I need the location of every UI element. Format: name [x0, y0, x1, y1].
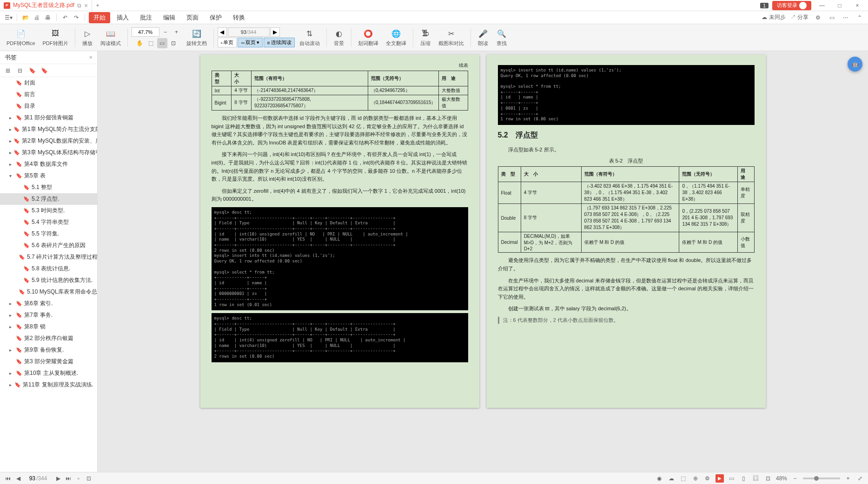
status-tool-2-icon[interactable]: ☁	[667, 474, 676, 483]
collapse-all-icon[interactable]: ⊟	[16, 66, 24, 75]
menu-edit[interactable]: 编辑	[159, 12, 180, 23]
bookmark-item[interactable]: 🔖5.2 浮点型.	[0, 193, 97, 205]
bookmark-item[interactable]: 🔖封面	[0, 77, 97, 89]
bookmark-item[interactable]: 🔖5.10 MySQL库表常用命令总结	[0, 286, 97, 298]
fit-width-icon[interactable]: ▭	[157, 38, 167, 48]
add-bookmark-icon[interactable]: 🔖	[28, 66, 36, 75]
fit-page-icon[interactable]: ⊡	[168, 38, 179, 48]
bookmark-item[interactable]: 🔖5.7 碎片计算方法及整理过程.	[0, 251, 97, 263]
bookmark-item[interactable]: 🔖前言	[0, 89, 97, 100]
bookmark-item[interactable]: 🔖5.9 统计信息的收集方法.	[0, 275, 97, 286]
status-layout-2-icon[interactable]: ▯	[740, 474, 748, 483]
zoom-out-icon[interactable]: −	[160, 27, 171, 37]
hand-tool-icon[interactable]: ✋	[135, 38, 145, 48]
bookmark-item[interactable]: ▸🔖第10章 主从复制概述.	[0, 367, 97, 379]
undo-icon[interactable]: ↶	[60, 13, 70, 22]
view-mode-2-icon[interactable]: ⊡	[85, 474, 93, 483]
notification-badge[interactable]: 1	[760, 3, 769, 8]
continuous-button[interactable]: ≡ 连续阅读	[264, 38, 294, 47]
last-page-icon[interactable]: ⏭	[64, 474, 73, 483]
bookmark-item[interactable]: ▸🔖第7章 事务.	[0, 309, 97, 321]
new-tab-button[interactable]: ＋	[92, 1, 103, 9]
menu-convert[interactable]: 转换	[228, 12, 250, 23]
print-icon[interactable]: 🖶	[43, 13, 53, 22]
bookmark-item[interactable]: 🔖5.3 时间类型.	[0, 205, 97, 216]
bookmark-item[interactable]: ▸🔖第4章 数据库文件	[0, 158, 97, 170]
tool-search[interactable]: 🔍 查找	[493, 28, 510, 47]
single-page-button[interactable]: ▫ 单页	[218, 38, 237, 47]
zoom-out-status-icon[interactable]: −	[791, 474, 799, 483]
close-button[interactable]: ×	[850, 2, 864, 9]
status-layout-1-icon[interactable]: ▭	[728, 474, 736, 483]
tool-pdf2img[interactable]: 🖼 PDF转图片	[40, 28, 71, 47]
bookmark-item[interactable]: 🔖5.6 表碎片产生的原因	[0, 240, 97, 251]
bookmark-item[interactable]: ▾🔖第5章 表	[0, 170, 97, 182]
status-tool-3-icon[interactable]: ⬚	[679, 474, 688, 483]
bookmark-item[interactable]: ▸🔖第8章 锁	[0, 321, 97, 333]
bookmark-item[interactable]: ▸🔖第3章 MySQL体系结构与存储引擎	[0, 147, 97, 158]
document-viewport[interactable]: 续表 类 型大 小范围（有符号）范围（无符号）用 途Int4 字节（-21474…	[98, 51, 868, 472]
zoom-slider[interactable]	[803, 477, 840, 479]
bookmark-item[interactable]: 🔖5.1 整型	[0, 182, 97, 193]
document-tab[interactable]: P MySQL王者晋级之路.pdf ⧉ ×	[0, 0, 92, 11]
tool-autoscroll[interactable]: ⇅ 自动滚动	[297, 28, 323, 47]
bookmark-item[interactable]: 🔖5.4 字符串类型	[0, 216, 97, 228]
menu-protect[interactable]: 保护	[205, 12, 226, 23]
bookmark-item[interactable]: 🔖第2 部分秩序白银篇	[0, 333, 97, 344]
select-tool-icon[interactable]: ⬚	[146, 38, 156, 48]
menu-start[interactable]: 开始	[89, 12, 110, 23]
bookmark-item[interactable]: 🔖5.5 字符集.	[0, 228, 97, 240]
page-number-input[interactable]: 93/344	[228, 27, 270, 37]
sync-status[interactable]: ☁ 未同步	[762, 13, 785, 21]
assistant-float-button[interactable]: 🤖	[848, 57, 862, 72]
bookmark-item[interactable]: ▸🔖第1 部分倔强青铜篇	[0, 112, 97, 124]
next-page-icon[interactable]: ▶	[54, 474, 62, 483]
collapse-ribbon-icon[interactable]: ⌃	[855, 13, 864, 22]
minimize-button[interactable]: —	[815, 2, 829, 9]
tool-play[interactable]: ▷ 播放	[79, 28, 96, 47]
tab-close-icon[interactable]: ×	[84, 2, 88, 9]
prev-page-icon[interactable]: ◀	[14, 474, 22, 483]
next-page-button[interactable]: ▶	[271, 27, 280, 37]
bookmark-item[interactable]: ▸🔖第6章 索引.	[0, 298, 97, 309]
zoom-in-status-icon[interactable]: +	[844, 474, 852, 483]
bookmark-item[interactable]: 🔖5.8 表统计信息.	[0, 263, 97, 275]
share-button[interactable]: ↗ 分享	[790, 13, 808, 21]
status-tool-1-icon[interactable]: ◉	[655, 474, 663, 483]
save-icon[interactable]: 🖨	[32, 13, 41, 22]
bookmark-item[interactable]: ▸🔖第2章 MySQL数据库的安装、启动和关闭	[0, 135, 97, 147]
sidebar-close-icon[interactable]: ×	[89, 54, 93, 61]
guest-login-button[interactable]: 访客登录	[772, 1, 811, 10]
tool-compress[interactable]: 🗜 压缩	[417, 28, 434, 47]
prev-page-button[interactable]: ◀	[218, 27, 227, 37]
status-layout-3-icon[interactable]: ⿴	[752, 474, 760, 483]
status-layout-4-icon[interactable]: ⊡	[764, 474, 772, 483]
maximize-button[interactable]: □	[833, 2, 847, 9]
bookmark-item[interactable]: ▸🔖第9章 备份恢复.	[0, 344, 97, 356]
tool-pdf2office[interactable]: 📄 PDF转Office	[4, 28, 38, 47]
tab-pin-icon[interactable]: ⧉	[77, 2, 81, 9]
status-play-icon[interactable]: ▶	[716, 474, 724, 483]
bookmark-item[interactable]: ▸🔖第1章 MySQL简介与主流分支版本.	[0, 124, 97, 135]
tool-crop[interactable]: ✂ 截图和对比	[436, 28, 467, 47]
bookmark-item[interactable]: 🔖目录	[0, 100, 97, 112]
tool-readmode[interactable]: 📖 阅读模式	[98, 28, 124, 47]
zoom-input[interactable]	[132, 27, 159, 37]
status-tool-5-icon[interactable]: ⚙	[703, 474, 712, 483]
menu-annotate[interactable]: 批注	[135, 12, 157, 23]
skin-icon[interactable]: ▭	[827, 13, 836, 22]
tool-background[interactable]: ◐ 背景	[331, 28, 347, 47]
status-tool-4-icon[interactable]: ⊕	[691, 474, 700, 483]
menu-dropdown-icon[interactable]: ☰▾	[4, 13, 13, 22]
expand-all-icon[interactable]: ⊞	[4, 66, 12, 75]
first-page-icon[interactable]: ⏮	[4, 474, 12, 483]
settings-icon[interactable]: ⚙	[813, 13, 822, 22]
menu-insert[interactable]: 插入	[112, 12, 133, 23]
tool-scribble-translate[interactable]: ⭕ 划词翻译	[355, 28, 381, 47]
status-zoom-value[interactable]: 48%	[776, 475, 787, 482]
bookmark-item[interactable]: ▸🔖第11章 复制原理及实战演练.	[0, 379, 97, 391]
more-icon[interactable]: ⋯	[841, 13, 850, 22]
bookmark-options-icon[interactable]: 🔖	[40, 66, 48, 75]
view-mode-1-icon[interactable]: ▫	[74, 474, 83, 483]
tool-read-aloud[interactable]: 🎤 朗读	[475, 28, 491, 47]
